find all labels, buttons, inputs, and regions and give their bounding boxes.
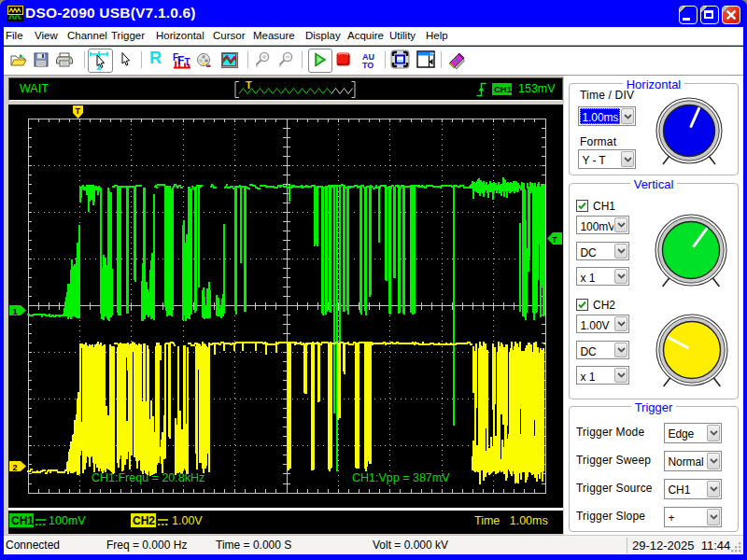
- svg-text:F: F: [177, 54, 184, 67]
- svg-text:2: 2: [13, 463, 18, 472]
- svg-text:T: T: [76, 106, 81, 116]
- svg-text:T: T: [552, 235, 557, 245]
- svg-text:1: 1: [13, 307, 18, 316]
- svg-text:T: T: [185, 57, 190, 67]
- svg-text:CH1:Frequ = 20.8kHz: CH1:Frequ = 20.8kHz: [92, 471, 204, 484]
- svg-text:CH1:Vpp = 387mV: CH1:Vpp = 387mV: [352, 471, 450, 484]
